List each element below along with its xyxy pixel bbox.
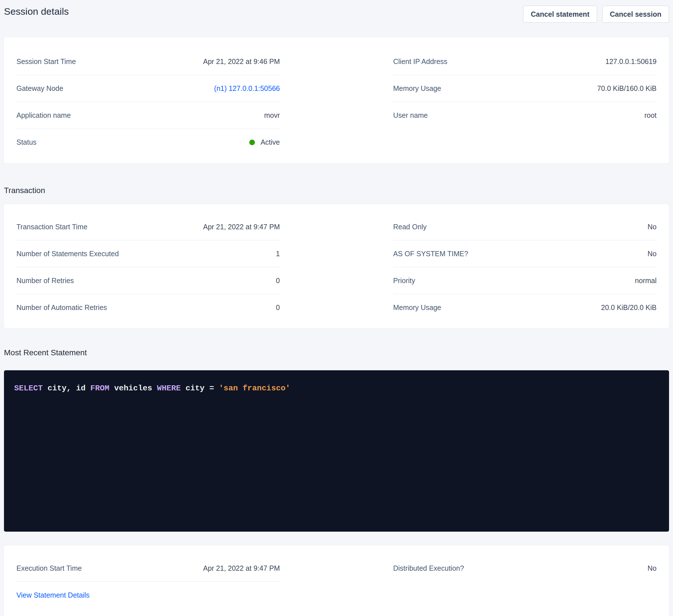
- row-automatic-retries: Number of Automatic Retries 0: [16, 294, 280, 321]
- row-client-ip-address: Client IP Address 127.0.0.1:50619: [393, 48, 657, 75]
- page-title: Session details: [4, 6, 69, 17]
- status-active-dot-icon: [249, 139, 255, 145]
- row-value: root: [644, 111, 657, 119]
- row-session-start-time: Session Start Time Apr 21, 2022 at 9:46 …: [16, 48, 280, 75]
- sql-text: city =: [181, 384, 219, 393]
- row-value: No: [648, 564, 657, 572]
- row-value: 20.0 KiB/20.0 KiB: [601, 303, 657, 312]
- row-value: movr: [264, 111, 280, 119]
- view-statement-details-link[interactable]: View Statement Details: [16, 591, 89, 599]
- row-number-of-retries: Number of Retries 0: [16, 267, 280, 294]
- session-summary-card: Session Start Time Apr 21, 2022 at 9:46 …: [4, 37, 669, 163]
- row-priority: Priority normal: [393, 267, 657, 294]
- row-label: Transaction Start Time: [16, 223, 87, 231]
- cancel-session-button[interactable]: Cancel session: [602, 6, 669, 23]
- row-label: Client IP Address: [393, 57, 447, 66]
- sql-text: city, id: [43, 384, 90, 393]
- execution-card: Execution Start Time Apr 21, 2022 at 9:4…: [4, 546, 669, 616]
- sql-statement-box: SELECT city, id FROM vehicles WHERE city…: [4, 370, 669, 532]
- transaction-section-heading: Transaction: [4, 186, 669, 195]
- transaction-card: Transaction Start Time Apr 21, 2022 at 9…: [4, 204, 669, 328]
- row-memory-usage: Memory Usage 70.0 KiB/160.0 KiB: [393, 75, 657, 102]
- session-right-column: Client IP Address 127.0.0.1:50619 Memory…: [393, 48, 657, 156]
- row-value: 127.0.0.1:50619: [605, 57, 657, 66]
- sql-keyword: WHERE: [157, 384, 181, 393]
- sql-keyword: FROM: [90, 384, 109, 393]
- row-value: Apr 21, 2022 at 9:46 PM: [203, 57, 280, 66]
- row-value: 0: [276, 303, 280, 312]
- row-execution-start-time: Execution Start Time Apr 21, 2022 at 9:4…: [16, 555, 280, 582]
- gateway-node-link[interactable]: (n1) 127.0.0.1:50566: [214, 84, 280, 92]
- cancel-statement-button[interactable]: Cancel statement: [523, 6, 597, 23]
- row-user-name: User name root: [393, 102, 657, 129]
- row-label: Number of Retries: [16, 277, 74, 285]
- row-label: Read Only: [393, 223, 427, 231]
- row-transaction-memory-usage: Memory Usage 20.0 KiB/20.0 KiB: [393, 294, 657, 321]
- row-value: 70.0 KiB/160.0 KiB: [597, 84, 657, 92]
- page-header: Session details Cancel statement Cancel …: [4, 0, 669, 24]
- row-value: Apr 21, 2022 at 9:47 PM: [203, 223, 280, 231]
- row-read-only: Read Only No: [393, 214, 657, 240]
- row-label: Execution Start Time: [16, 564, 82, 572]
- row-label: Status: [16, 138, 36, 146]
- row-as-of-system-time: AS OF SYSTEM TIME? No: [393, 240, 657, 267]
- row-label: Priority: [393, 277, 415, 285]
- row-label: Gateway Node: [16, 84, 63, 92]
- row-label: Number of Automatic Retries: [16, 303, 107, 312]
- sql-keyword: SELECT: [14, 384, 43, 393]
- row-value: Apr 21, 2022 at 9:47 PM: [203, 564, 280, 572]
- row-gateway-node: Gateway Node (n1) 127.0.0.1:50566: [16, 75, 280, 102]
- row-statements-executed: Number of Statements Executed 1: [16, 240, 280, 267]
- sql-text: vehicles: [109, 384, 157, 393]
- row-label: Distributed Execution?: [393, 564, 464, 572]
- session-details-page: Session details Cancel statement Cancel …: [0, 0, 673, 616]
- execution-right-column: Distributed Execution? No: [393, 555, 657, 609]
- row-value: 1: [276, 250, 280, 258]
- row-label: Number of Statements Executed: [16, 250, 119, 258]
- row-application-name: Application name movr: [16, 102, 280, 129]
- header-actions: Cancel statement Cancel session: [523, 6, 669, 23]
- row-status: Status Active: [16, 129, 280, 156]
- row-label: Session Start Time: [16, 57, 76, 66]
- execution-left-column: Execution Start Time Apr 21, 2022 at 9:4…: [16, 555, 280, 609]
- row-label: Memory Usage: [393, 303, 441, 312]
- status-badge: Active: [249, 138, 280, 146]
- row-label: User name: [393, 111, 428, 119]
- row-distributed-execution: Distributed Execution? No: [393, 555, 657, 582]
- row-view-statement-details: View Statement Details: [16, 582, 280, 609]
- row-value: No: [648, 223, 657, 231]
- sql-statement: SELECT city, id FROM vehicles WHERE city…: [14, 383, 659, 394]
- most-recent-statement-heading: Most Recent Statement: [4, 348, 669, 357]
- sql-string-literal: 'san francisco': [219, 384, 290, 393]
- status-text: Active: [261, 138, 280, 146]
- transaction-left-column: Transaction Start Time Apr 21, 2022 at 9…: [16, 214, 280, 321]
- transaction-right-column: Read Only No AS OF SYSTEM TIME? No Prior…: [393, 214, 657, 321]
- session-left-column: Session Start Time Apr 21, 2022 at 9:46 …: [16, 48, 280, 156]
- row-label: AS OF SYSTEM TIME?: [393, 250, 468, 258]
- row-transaction-start-time: Transaction Start Time Apr 21, 2022 at 9…: [16, 214, 280, 240]
- row-value: No: [648, 250, 657, 258]
- row-label: Memory Usage: [393, 84, 441, 92]
- row-value: 0: [276, 277, 280, 285]
- row-value: normal: [635, 277, 657, 285]
- row-label: Application name: [16, 111, 71, 119]
